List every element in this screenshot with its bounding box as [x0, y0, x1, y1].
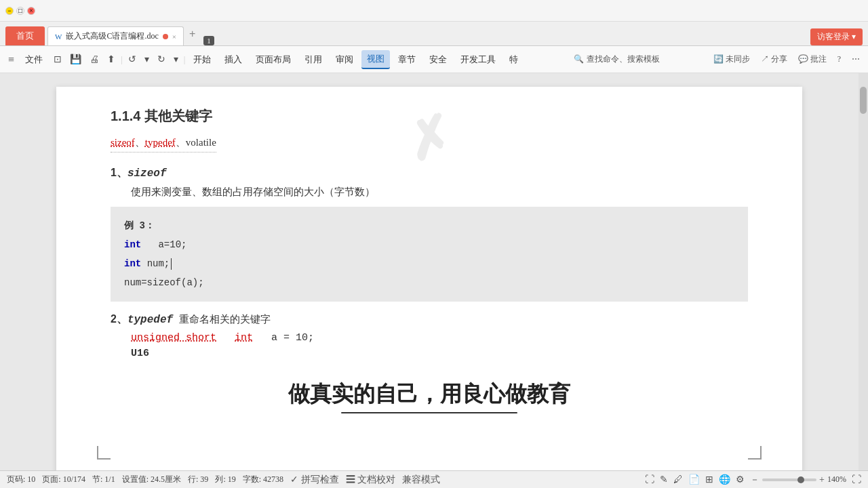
save-icon[interactable]: 💾: [67, 52, 84, 66]
ribbon-toolbar: ≡ 文件 ⊡ 💾 🖨 ⬆ | ↺ ▾ ↻ ▾ | 开始 插入 页面布局 引用 审…: [0, 46, 868, 73]
code-line-3: num=sizeof(a);: [124, 273, 734, 292]
row-info: 行: 39: [188, 474, 208, 485]
search-box[interactable]: 🔍 查找命令、搜索模板: [574, 54, 660, 65]
u16-alias: U16: [131, 348, 748, 359]
status-bar: 页码: 10 页面: 10/174 节: 1/1 设置值: 24.5厘米 行: …: [0, 470, 868, 488]
zoom-control: － + 140%: [750, 474, 846, 486]
file-group: 文件: [20, 51, 48, 68]
security-tab[interactable]: 安全: [424, 51, 452, 68]
separator-1: |: [121, 54, 123, 65]
zoom-in-button[interactable]: +: [819, 474, 825, 485]
tab-document[interactable]: W 嵌入式高级C语言编程.doc ×: [47, 26, 184, 45]
start-tab[interactable]: 开始: [188, 51, 216, 68]
doc-align-button[interactable]: ☰ 文档校对: [346, 474, 396, 486]
menu-icon[interactable]: ≡: [5, 54, 17, 66]
search-icon: 🔍: [574, 54, 584, 64]
code-block-sizeof: 例 3： int a=10; int num; num=sizeof(a);: [111, 207, 748, 302]
page-number: 页码: 10: [7, 474, 35, 485]
settings-icon[interactable]: ⚙: [736, 474, 745, 485]
minimize-button[interactable]: －: [5, 7, 14, 15]
devtools-tab[interactable]: 开发工具: [455, 51, 501, 68]
sync-button[interactable]: 🔄 未同步: [711, 52, 753, 66]
int-keyword-1: int: [124, 239, 141, 250]
vertical-scrollbar[interactable]: [859, 73, 868, 470]
search-label[interactable]: 查找命令、搜索模板: [587, 54, 660, 65]
word-count: 字数: 42738: [243, 474, 283, 485]
spellcheck-button[interactable]: ✓ 拼写检查: [290, 474, 339, 486]
fullscreen-icon[interactable]: ⛶: [645, 474, 654, 485]
scrollbar-thumb[interactable]: [860, 87, 867, 114]
special-tab[interactable]: 特: [504, 51, 524, 68]
doc-view-icon[interactable]: 📄: [688, 474, 700, 485]
grid-icon[interactable]: ⊞: [705, 474, 713, 485]
export-icon[interactable]: ⬆: [104, 52, 118, 66]
unsigned-short-keyword: unsigned short: [131, 332, 216, 344]
tab-modified-dot: [163, 34, 168, 39]
status-bar-right: ⛶ ✎ 🖊 📄 ⊞ 🌐 ⚙ － + 140% ⛶: [645, 474, 861, 486]
doc-icon: W: [55, 33, 62, 41]
keywords-line: sizeof、typedef、volatile: [111, 136, 216, 152]
int-keyword-2: int: [124, 258, 141, 269]
settings-value: 设置值: 24.5厘米: [122, 474, 181, 485]
code-example-label: 例 3：: [124, 216, 734, 235]
edit-icon[interactable]: ✎: [660, 474, 668, 485]
help-button[interactable]: ?: [835, 53, 844, 66]
window-controls[interactable]: － □ ×: [5, 7, 35, 15]
sizeof-title: 1、sizeof: [111, 166, 748, 180]
ribbon-right-actions: 🔄 未同步 ↗ 分享 💬 批注 ? ⋯: [711, 52, 863, 66]
section-title: 1.1.4 其他关键字: [111, 107, 748, 125]
section-info: 节: 1/1: [92, 474, 115, 485]
print-icon[interactable]: 🖨: [87, 53, 102, 66]
redo-dropdown[interactable]: ▾: [171, 52, 181, 66]
share-button[interactable]: ↗ 分享: [758, 52, 790, 66]
close-button[interactable]: ×: [27, 7, 35, 15]
layout-tab[interactable]: 页面布局: [250, 51, 296, 68]
comment-button[interactable]: 💬 批注: [795, 52, 829, 66]
pen-icon[interactable]: 🖊: [673, 474, 683, 485]
calligraphy-content: 做真实的自己，用良心做教育: [288, 382, 570, 406]
insert-tab[interactable]: 插入: [219, 51, 248, 68]
tab-home[interactable]: 首页: [5, 26, 45, 45]
redo-icon[interactable]: ↻: [155, 52, 168, 66]
new-tab-button[interactable]: +: [184, 28, 201, 40]
zoom-level-label: 140%: [827, 474, 846, 485]
zoom-slider-thumb[interactable]: [797, 476, 804, 483]
typedef-number: 2、: [111, 313, 127, 325]
document-area[interactable]: ✗ 1.1.4 其他关键字 sizeof、typedef、volatile 1、…: [0, 73, 859, 470]
calligraphy-text: 做真实的自己，用良心做教育: [111, 380, 748, 413]
file-menu-button[interactable]: 文件: [20, 51, 48, 68]
tab-count: 1: [203, 36, 214, 45]
visit-login-button[interactable]: 访客登录 ▾: [810, 28, 863, 45]
more-button[interactable]: ⋯: [849, 53, 863, 66]
undo-dropdown[interactable]: ▾: [142, 52, 152, 66]
compat-mode[interactable]: 兼容模式: [402, 474, 440, 486]
code-line-1: int a=10;: [124, 235, 734, 254]
view-tab[interactable]: 视图: [361, 50, 390, 69]
globe-icon[interactable]: 🌐: [719, 474, 730, 485]
review-tab[interactable]: 审阅: [330, 51, 359, 68]
typedef-desc-inline: 重命名相关的关键字: [179, 313, 271, 325]
chapter-tab[interactable]: 章节: [393, 51, 421, 68]
expand-icon[interactable]: ⛶: [852, 474, 861, 485]
tab-close-button[interactable]: ×: [172, 33, 176, 41]
zoom-slider[interactable]: [762, 479, 816, 481]
maximize-button[interactable]: □: [16, 7, 24, 15]
zoom-out-button[interactable]: －: [750, 474, 760, 486]
tab-bar: 首页 W 嵌入式高级C语言编程.doc × + 1 访客登录 ▾: [0, 22, 868, 46]
title-bar: － □ ×: [0, 0, 868, 22]
separator-2: |: [184, 54, 186, 65]
corner-mark-bottom-left: [97, 446, 111, 460]
subsection-sizeof: 1、sizeof 使用来测变量、数组的占用存储空间的大小（字节数） 例 3： i…: [111, 166, 748, 302]
col-info: 列: 19: [215, 474, 235, 485]
sizeof-description: 使用来测变量、数组的占用存储空间的大小（字节数）: [131, 186, 748, 199]
code-num-var: num;: [147, 258, 172, 269]
main-area: ✗ 1.1.4 其他关键字 sizeof、typedef、volatile 1、…: [0, 73, 868, 470]
tab-doc-label: 嵌入式高级C语言编程.doc: [66, 30, 158, 42]
document-page: ✗ 1.1.4 其他关键字 sizeof、typedef、volatile 1、…: [56, 87, 802, 470]
undo-icon[interactable]: ↺: [125, 52, 139, 66]
open-icon[interactable]: ⊡: [51, 52, 64, 66]
references-tab[interactable]: 引用: [299, 51, 328, 68]
calligraphy-underline: [341, 412, 517, 413]
code-line-2: int num;: [124, 254, 734, 273]
typedef-title-keyword: typedef: [127, 314, 173, 326]
